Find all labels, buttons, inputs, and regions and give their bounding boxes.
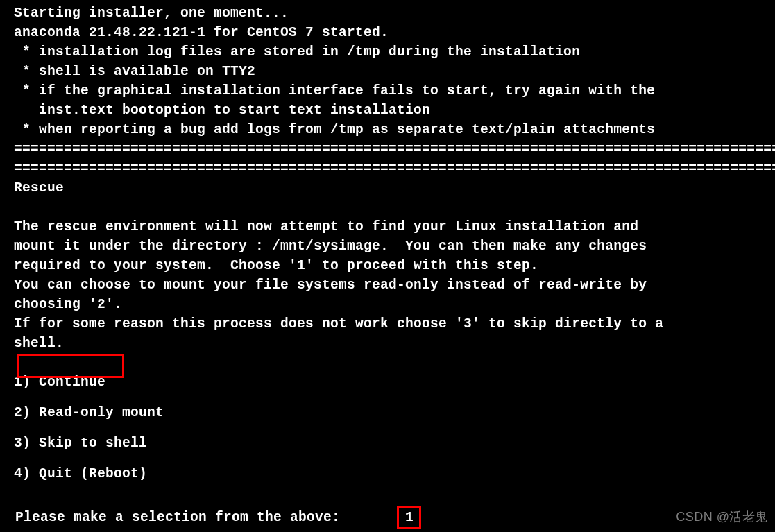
rescue-title: Rescue [14, 178, 775, 198]
rescue-text: required to your system. Choose '1' to p… [14, 256, 775, 275]
menu-option-skipshell[interactable]: 3) Skip to shell [14, 434, 775, 453]
divider-line: ========================================… [14, 159, 775, 178]
rescue-text: choosing '2'. [14, 295, 775, 314]
rescue-text: You can choose to mount your file system… [14, 275, 775, 295]
rescue-text: shell. [14, 334, 775, 353]
rescue-text: If for some reason this process does not… [14, 314, 775, 334]
menu-option-quit[interactable]: 4) Quit (Reboot) [14, 464, 775, 483]
menu-option-continue[interactable]: 1) Continue [14, 372, 775, 392]
boot-line: Starting installer, one moment... [14, 3, 775, 23]
watermark: CSDN @活老鬼 [676, 507, 768, 526]
blank-line [14, 353, 775, 372]
boot-line: anaconda 21.48.22.121-1 for CentOS 7 sta… [14, 23, 775, 42]
rescue-text: The rescue environment will now attempt … [14, 217, 775, 237]
boot-bullet-cont: inst.text bootoption to start text insta… [14, 101, 775, 120]
divider-line: ========================================… [14, 139, 775, 159]
menu-option-readonly[interactable]: 2) Read-only mount [14, 403, 775, 422]
blank-line [14, 198, 775, 217]
boot-bullet: * if the graphical installation interfac… [14, 81, 775, 101]
rescue-text: mount it under the directory : /mnt/sysi… [14, 237, 775, 256]
boot-bullet: * when reporting a bug add logs from /tm… [14, 120, 775, 139]
selection-input[interactable]: 1 [405, 508, 414, 527]
selection-prompt: Please make a selection from the above: [15, 508, 348, 527]
boot-bullet: * shell is available on TTY2 [14, 62, 775, 81]
boot-bullet: * installation log files are stored in /… [14, 42, 775, 62]
terminal-screen: Starting installer, one moment... anacon… [0, 0, 775, 532]
